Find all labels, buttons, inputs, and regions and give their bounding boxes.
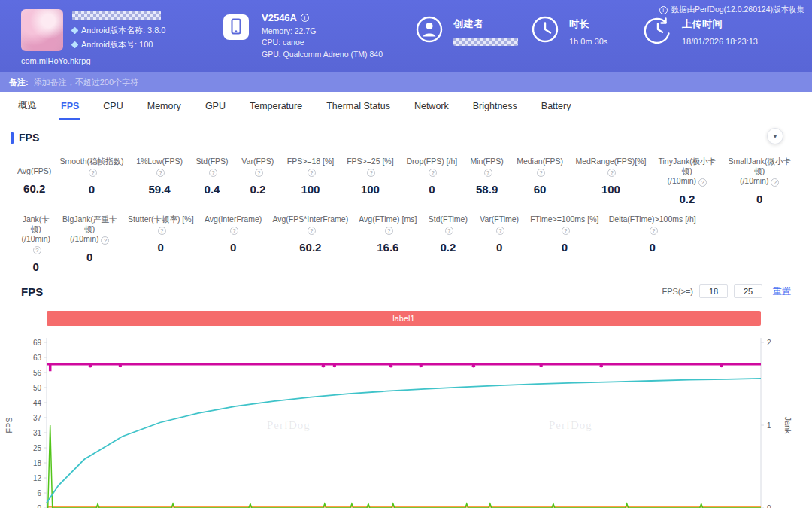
help-icon[interactable]: ? — [89, 169, 97, 177]
metric-value: 0 — [17, 260, 55, 273]
collapse-section-button[interactable]: ▼ — [767, 128, 783, 144]
metric-value: 59.4 — [132, 183, 187, 196]
device-info: V2546A i Memory: 22.7G CPU: canoe GPU: Q… — [223, 12, 383, 60]
info-icon[interactable]: i — [301, 14, 309, 22]
redacted-app-title — [72, 11, 161, 20]
note-bar[interactable]: 备注: 添加备注，不超过200个字符 — [0, 72, 812, 92]
metric-label: TinyJank(极小卡顿)(/10min)? — [654, 157, 720, 187]
tab-network[interactable]: Network — [402, 92, 461, 120]
svg-text:56: 56 — [33, 369, 42, 377]
tab-temperature[interactable]: Temperature — [238, 92, 314, 120]
metric-label: Jank(卡顿)(/10min)? — [17, 214, 55, 254]
chart-region-label[interactable]: label1 — [47, 311, 761, 326]
help-icon[interactable]: ? — [496, 227, 504, 235]
help-icon[interactable]: ? — [308, 169, 316, 177]
metric-label: MedRange(FPS)[%]? — [572, 157, 650, 177]
tab-thermal-status[interactable]: Thermal Status — [314, 92, 402, 120]
metric-label: SmallJank(微小卡顿)(/10min)? — [724, 157, 795, 187]
metric-label: FTime>=100ms [%]? — [527, 214, 601, 235]
upload-value: 18/01/2026 18:23:13 — [682, 37, 758, 46]
metrics-row-2: Jank(卡顿)(/10min)?0BigJank(严重卡顿)(/10min)?… — [15, 214, 701, 273]
history-clock-icon — [644, 15, 672, 47]
creator-info: 创建者 — [415, 15, 518, 47]
svg-text:PerfDog: PerfDog — [549, 419, 592, 431]
help-icon[interactable]: ? — [33, 246, 41, 254]
metric-value: 60 — [513, 183, 568, 196]
redacted-creator-name — [453, 38, 518, 46]
help-icon[interactable]: ? — [101, 236, 109, 245]
help-icon[interactable]: ? — [367, 169, 375, 177]
metrics-panel: Avg(FPS)60.2Smooth(稳帧指数)?01%Low(FPS)?59.… — [0, 157, 812, 273]
tab-battery[interactable]: Battery — [529, 92, 583, 120]
metric-value: 60.2 — [270, 241, 351, 254]
help-icon[interactable]: ? — [562, 227, 570, 235]
metric-delta-ftime-100ms-h: Delta(FTime)>100ms [/h]?0 — [604, 214, 701, 273]
metrics-row-1: Avg(FPS)60.2Smooth(稳帧指数)?01%Low(FPS)?59.… — [15, 157, 797, 205]
svg-text:69: 69 — [33, 339, 42, 347]
metric-value: 0 — [476, 241, 523, 254]
metric-avg-interframe: Avg(InterFrame)?0 — [199, 214, 268, 273]
help-icon[interactable]: ? — [308, 227, 316, 235]
tab-cpu[interactable]: CPU — [91, 92, 135, 120]
help-icon[interactable]: ? — [158, 227, 166, 235]
metric-value: 0 — [527, 241, 601, 254]
tab-overview[interactable]: 概览 — [6, 92, 49, 120]
section-title: FPS — [19, 132, 39, 144]
metric-var-fps: Var(FPS)?0.2 — [235, 157, 280, 205]
metric-var-ftime: Var(FTime)?0 — [474, 214, 525, 273]
duration-info: 时长 1h 0m 30s — [531, 15, 607, 47]
svg-text:PerfDog: PerfDog — [267, 419, 311, 431]
metric-avg-ftime-ms: Avg(FTime) [ms]?16.6 — [353, 214, 423, 273]
tab-gpu[interactable]: GPU — [193, 92, 238, 120]
svg-text:25: 25 — [33, 444, 42, 452]
help-icon[interactable]: ? — [607, 169, 616, 177]
metric-value: 0 — [724, 193, 795, 205]
section-accent-bar — [11, 132, 14, 144]
help-icon[interactable]: ? — [445, 227, 453, 235]
metric-tinyjank: TinyJank(极小卡顿)(/10min)?0.2 — [652, 157, 722, 205]
help-icon[interactable]: ? — [230, 227, 238, 235]
help-icon[interactable]: ? — [698, 178, 707, 187]
fps-threshold-label: FPS(>=) — [662, 287, 693, 296]
metric-medrange-fps: MedRange(FPS)[%]?100 — [570, 157, 653, 205]
metric-value: 0 — [606, 241, 698, 254]
metric-std-ftime: Std(FTime)?0.2 — [423, 214, 474, 273]
metric-std-fps: Std(FPS)?0.4 — [189, 157, 235, 205]
help-icon[interactable]: ? — [537, 169, 545, 177]
tab-brightness[interactable]: Brightness — [461, 92, 529, 120]
reset-link[interactable]: 重置 — [773, 285, 791, 298]
note-placeholder: 添加备注，不超过200个字符 — [34, 77, 138, 88]
metric-value: 0 — [59, 251, 120, 263]
note-label: 备注: — [9, 77, 29, 88]
metric-value: 0.2 — [237, 183, 278, 196]
metric-fps-18: FPS>=18 [%]?100 — [280, 157, 340, 205]
tab-fps[interactable]: FPS — [49, 92, 91, 120]
fps-threshold-input-2[interactable] — [734, 284, 762, 298]
metric-value: 100 — [572, 183, 650, 196]
android-version-code: Android版本号: 100 — [72, 39, 166, 50]
fps-chart[interactable]: PerfDogPerfDog06121825313744505663690120… — [0, 335, 812, 508]
help-icon[interactable]: ? — [484, 169, 492, 177]
metric-value: 60.2 — [17, 182, 51, 195]
help-icon[interactable]: ? — [156, 169, 165, 177]
help-icon[interactable]: ? — [255, 169, 263, 177]
tab-memory[interactable]: Memory — [135, 92, 193, 120]
help-icon[interactable]: ? — [209, 169, 217, 177]
fps-threshold-input-1[interactable] — [699, 284, 728, 298]
duration-value: 1h 0m 30s — [569, 37, 607, 46]
help-icon[interactable]: ? — [385, 227, 393, 235]
metric-value: 0.2 — [654, 193, 720, 205]
svg-text:50: 50 — [33, 384, 42, 392]
chart-title: FPS — [21, 285, 43, 298]
metric-label: BigJank(严重卡顿)(/10min)? — [59, 214, 120, 245]
metric-label: FPS>=25 [%]? — [343, 157, 398, 177]
metric-value: 0 — [201, 241, 265, 254]
help-icon[interactable]: ? — [429, 169, 437, 177]
metric-label: 1%Low(FPS)? — [132, 157, 187, 177]
svg-text:37: 37 — [33, 414, 42, 422]
metric-label: Std(FPS)? — [192, 157, 233, 177]
header-divider — [205, 12, 205, 59]
help-icon[interactable]: ? — [771, 178, 779, 187]
metric-label: Median(FPS)? — [513, 157, 568, 177]
help-icon[interactable]: ? — [650, 227, 658, 235]
